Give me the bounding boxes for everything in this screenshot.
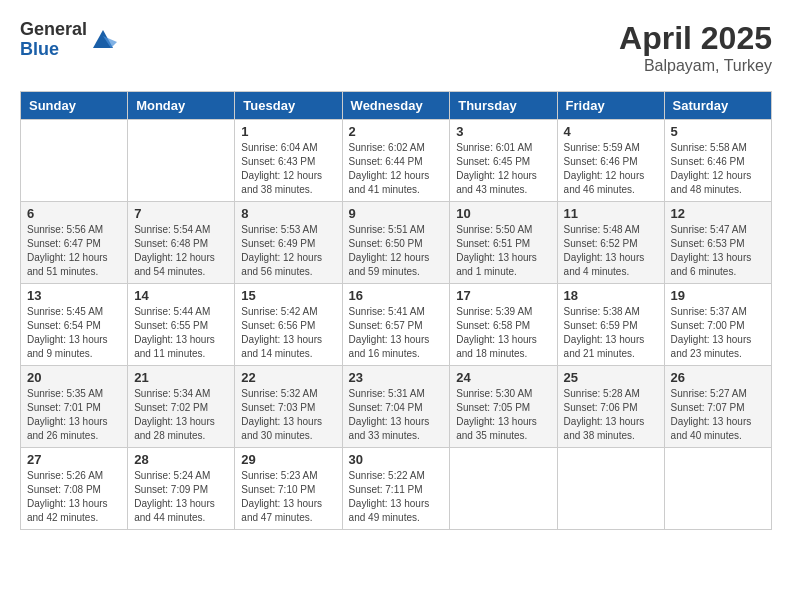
- calendar-cell: 14Sunrise: 5:44 AMSunset: 6:55 PMDayligh…: [128, 284, 235, 366]
- calendar-cell: 27Sunrise: 5:26 AMSunset: 7:08 PMDayligh…: [21, 448, 128, 530]
- day-number: 24: [456, 370, 550, 385]
- page-header: General Blue April 2025 Balpayam, Turkey: [20, 20, 772, 75]
- day-info: Sunrise: 6:04 AMSunset: 6:43 PMDaylight:…: [241, 141, 335, 197]
- calendar-cell: 30Sunrise: 5:22 AMSunset: 7:11 PMDayligh…: [342, 448, 450, 530]
- calendar-table: SundayMondayTuesdayWednesdayThursdayFrid…: [20, 91, 772, 530]
- day-number: 11: [564, 206, 658, 221]
- calendar-cell: 11Sunrise: 5:48 AMSunset: 6:52 PMDayligh…: [557, 202, 664, 284]
- weekday-header-row: SundayMondayTuesdayWednesdayThursdayFrid…: [21, 92, 772, 120]
- calendar-cell: 1Sunrise: 6:04 AMSunset: 6:43 PMDaylight…: [235, 120, 342, 202]
- day-number: 23: [349, 370, 444, 385]
- calendar-cell: 17Sunrise: 5:39 AMSunset: 6:58 PMDayligh…: [450, 284, 557, 366]
- day-number: 5: [671, 124, 765, 139]
- day-info: Sunrise: 5:26 AMSunset: 7:08 PMDaylight:…: [27, 469, 121, 525]
- day-info: Sunrise: 5:41 AMSunset: 6:57 PMDaylight:…: [349, 305, 444, 361]
- day-number: 19: [671, 288, 765, 303]
- day-number: 20: [27, 370, 121, 385]
- day-info: Sunrise: 5:38 AMSunset: 6:59 PMDaylight:…: [564, 305, 658, 361]
- calendar-cell: [664, 448, 771, 530]
- day-info: Sunrise: 5:53 AMSunset: 6:49 PMDaylight:…: [241, 223, 335, 279]
- weekday-header: Sunday: [21, 92, 128, 120]
- day-number: 16: [349, 288, 444, 303]
- calendar-cell: 4Sunrise: 5:59 AMSunset: 6:46 PMDaylight…: [557, 120, 664, 202]
- calendar-cell: 18Sunrise: 5:38 AMSunset: 6:59 PMDayligh…: [557, 284, 664, 366]
- day-number: 18: [564, 288, 658, 303]
- calendar-cell: 7Sunrise: 5:54 AMSunset: 6:48 PMDaylight…: [128, 202, 235, 284]
- day-info: Sunrise: 5:47 AMSunset: 6:53 PMDaylight:…: [671, 223, 765, 279]
- calendar-cell: [128, 120, 235, 202]
- day-info: Sunrise: 5:39 AMSunset: 6:58 PMDaylight:…: [456, 305, 550, 361]
- day-number: 7: [134, 206, 228, 221]
- day-info: Sunrise: 5:37 AMSunset: 7:00 PMDaylight:…: [671, 305, 765, 361]
- calendar-cell: [21, 120, 128, 202]
- day-info: Sunrise: 5:44 AMSunset: 6:55 PMDaylight:…: [134, 305, 228, 361]
- day-info: Sunrise: 5:48 AMSunset: 6:52 PMDaylight:…: [564, 223, 658, 279]
- day-info: Sunrise: 5:28 AMSunset: 7:06 PMDaylight:…: [564, 387, 658, 443]
- calendar-cell: [557, 448, 664, 530]
- calendar-cell: 21Sunrise: 5:34 AMSunset: 7:02 PMDayligh…: [128, 366, 235, 448]
- day-info: Sunrise: 5:50 AMSunset: 6:51 PMDaylight:…: [456, 223, 550, 279]
- calendar-week-row: 6Sunrise: 5:56 AMSunset: 6:47 PMDaylight…: [21, 202, 772, 284]
- title-block: April 2025 Balpayam, Turkey: [619, 20, 772, 75]
- day-number: 10: [456, 206, 550, 221]
- logo: General Blue: [20, 20, 117, 60]
- calendar-cell: 19Sunrise: 5:37 AMSunset: 7:00 PMDayligh…: [664, 284, 771, 366]
- calendar-week-row: 1Sunrise: 6:04 AMSunset: 6:43 PMDaylight…: [21, 120, 772, 202]
- logo-blue: Blue: [20, 40, 87, 60]
- calendar-cell: 8Sunrise: 5:53 AMSunset: 6:49 PMDaylight…: [235, 202, 342, 284]
- location: Balpayam, Turkey: [619, 57, 772, 75]
- day-number: 2: [349, 124, 444, 139]
- day-info: Sunrise: 5:51 AMSunset: 6:50 PMDaylight:…: [349, 223, 444, 279]
- calendar-cell: [450, 448, 557, 530]
- day-info: Sunrise: 5:30 AMSunset: 7:05 PMDaylight:…: [456, 387, 550, 443]
- weekday-header: Wednesday: [342, 92, 450, 120]
- calendar-cell: 29Sunrise: 5:23 AMSunset: 7:10 PMDayligh…: [235, 448, 342, 530]
- day-info: Sunrise: 5:59 AMSunset: 6:46 PMDaylight:…: [564, 141, 658, 197]
- day-number: 26: [671, 370, 765, 385]
- weekday-header: Friday: [557, 92, 664, 120]
- day-number: 21: [134, 370, 228, 385]
- calendar-cell: 26Sunrise: 5:27 AMSunset: 7:07 PMDayligh…: [664, 366, 771, 448]
- calendar-cell: 20Sunrise: 5:35 AMSunset: 7:01 PMDayligh…: [21, 366, 128, 448]
- day-number: 8: [241, 206, 335, 221]
- calendar-cell: 12Sunrise: 5:47 AMSunset: 6:53 PMDayligh…: [664, 202, 771, 284]
- day-number: 6: [27, 206, 121, 221]
- day-info: Sunrise: 5:24 AMSunset: 7:09 PMDaylight:…: [134, 469, 228, 525]
- calendar-cell: 10Sunrise: 5:50 AMSunset: 6:51 PMDayligh…: [450, 202, 557, 284]
- calendar-cell: 15Sunrise: 5:42 AMSunset: 6:56 PMDayligh…: [235, 284, 342, 366]
- day-info: Sunrise: 5:45 AMSunset: 6:54 PMDaylight:…: [27, 305, 121, 361]
- day-info: Sunrise: 5:42 AMSunset: 6:56 PMDaylight:…: [241, 305, 335, 361]
- calendar-week-row: 20Sunrise: 5:35 AMSunset: 7:01 PMDayligh…: [21, 366, 772, 448]
- day-number: 13: [27, 288, 121, 303]
- day-number: 9: [349, 206, 444, 221]
- day-number: 25: [564, 370, 658, 385]
- calendar-cell: 5Sunrise: 5:58 AMSunset: 6:46 PMDaylight…: [664, 120, 771, 202]
- weekday-header: Thursday: [450, 92, 557, 120]
- day-number: 1: [241, 124, 335, 139]
- calendar-cell: 3Sunrise: 6:01 AMSunset: 6:45 PMDaylight…: [450, 120, 557, 202]
- calendar-cell: 24Sunrise: 5:30 AMSunset: 7:05 PMDayligh…: [450, 366, 557, 448]
- calendar-week-row: 27Sunrise: 5:26 AMSunset: 7:08 PMDayligh…: [21, 448, 772, 530]
- day-number: 15: [241, 288, 335, 303]
- day-info: Sunrise: 5:35 AMSunset: 7:01 PMDaylight:…: [27, 387, 121, 443]
- day-number: 29: [241, 452, 335, 467]
- day-info: Sunrise: 6:02 AMSunset: 6:44 PMDaylight:…: [349, 141, 444, 197]
- day-number: 22: [241, 370, 335, 385]
- day-number: 17: [456, 288, 550, 303]
- logo-text: General Blue: [20, 20, 87, 60]
- weekday-header: Saturday: [664, 92, 771, 120]
- calendar-cell: 9Sunrise: 5:51 AMSunset: 6:50 PMDaylight…: [342, 202, 450, 284]
- calendar-cell: 16Sunrise: 5:41 AMSunset: 6:57 PMDayligh…: [342, 284, 450, 366]
- month-title: April 2025: [619, 20, 772, 57]
- day-number: 3: [456, 124, 550, 139]
- day-number: 27: [27, 452, 121, 467]
- day-number: 28: [134, 452, 228, 467]
- weekday-header: Monday: [128, 92, 235, 120]
- day-info: Sunrise: 5:22 AMSunset: 7:11 PMDaylight:…: [349, 469, 444, 525]
- day-number: 4: [564, 124, 658, 139]
- day-info: Sunrise: 5:58 AMSunset: 6:46 PMDaylight:…: [671, 141, 765, 197]
- day-info: Sunrise: 5:31 AMSunset: 7:04 PMDaylight:…: [349, 387, 444, 443]
- logo-general: General: [20, 20, 87, 40]
- day-number: 30: [349, 452, 444, 467]
- day-info: Sunrise: 6:01 AMSunset: 6:45 PMDaylight:…: [456, 141, 550, 197]
